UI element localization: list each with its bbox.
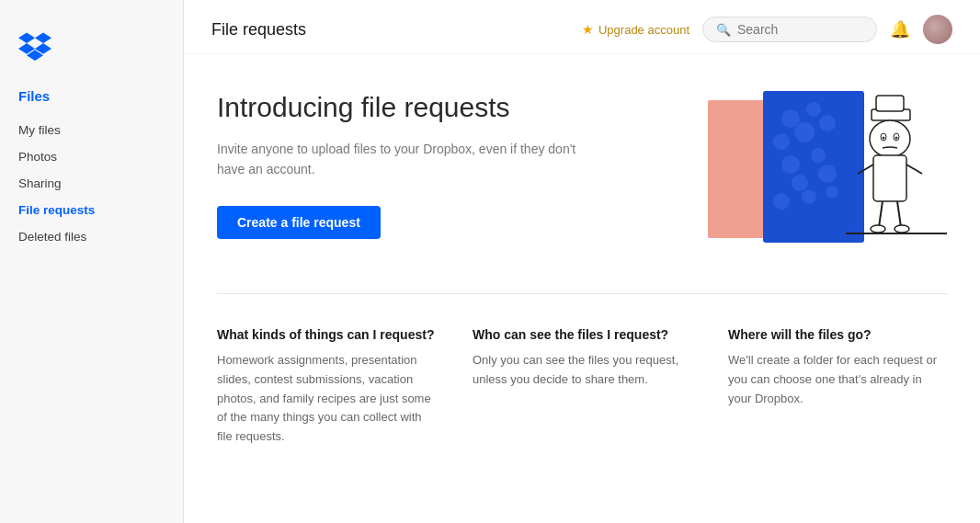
sidebar-item-sharing[interactable]: Sharing: [0, 170, 183, 197]
svg-point-16: [870, 120, 910, 157]
dropbox-logo-icon: [18, 28, 51, 61]
sidebar-item-file-requests[interactable]: File requests: [0, 197, 183, 223]
svg-point-11: [773, 193, 790, 210]
hero-title: Introducing file requests: [217, 91, 603, 124]
page-content: Introducing file requests Invite anyone …: [184, 54, 980, 523]
faq-answer-2: We'll create a folder for each request o…: [728, 351, 947, 408]
sidebar-item-photos[interactable]: Photos: [0, 143, 183, 170]
svg-point-3: [806, 102, 821, 117]
svg-point-5: [794, 122, 815, 142]
svg-rect-21: [873, 155, 906, 201]
svg-point-4: [773, 133, 790, 150]
faq-question-1: Who can see the files I request?: [473, 327, 691, 342]
upgrade-account-link[interactable]: ★ Upgrade account: [582, 22, 689, 37]
faq-item-1: Who can see the files I request? Only yo…: [473, 327, 691, 447]
star-icon: ★: [582, 22, 594, 37]
search-bar[interactable]: 🔍: [702, 17, 877, 42]
page-header: File requests ★ Upgrade account 🔍 🔔: [184, 0, 980, 54]
svg-point-19: [883, 137, 885, 140]
upgrade-label: Upgrade account: [598, 23, 689, 37]
svg-point-10: [818, 165, 837, 183]
search-icon: 🔍: [716, 23, 731, 37]
search-input[interactable]: [737, 22, 866, 37]
sidebar-logo: [0, 18, 183, 83]
create-file-request-button[interactable]: Create a file request: [217, 206, 381, 239]
svg-line-23: [906, 165, 922, 174]
section-divider: [217, 293, 947, 294]
svg-point-7: [781, 155, 800, 174]
svg-point-27: [895, 225, 909, 233]
svg-point-20: [895, 137, 898, 140]
faq-question-2: Where will the files go?: [728, 327, 947, 342]
sidebar-item-deleted-files[interactable]: Deleted files: [0, 223, 183, 250]
svg-point-9: [792, 175, 808, 191]
svg-point-2: [781, 109, 800, 128]
faq-question-0: What kinds of things can I request?: [217, 327, 436, 342]
main-content: File requests ★ Upgrade account 🔍 🔔 Intr…: [184, 0, 980, 523]
svg-line-24: [879, 201, 883, 227]
page-title: File requests: [211, 20, 306, 40]
svg-rect-15: [876, 96, 904, 111]
svg-point-26: [871, 225, 885, 233]
avatar[interactable]: [923, 15, 952, 44]
sidebar: Files My files Photos Sharing File reque…: [0, 0, 184, 523]
svg-point-12: [802, 189, 816, 204]
faq-answer-1: Only you can see the files you request, …: [473, 351, 691, 390]
sidebar-files-label[interactable]: Files: [0, 83, 183, 109]
svg-point-13: [826, 186, 838, 199]
sidebar-item-my-files[interactable]: My files: [0, 117, 183, 143]
faq-section: What kinds of things can I request? Home…: [217, 327, 947, 447]
faq-item-0: What kinds of things can I request? Home…: [217, 327, 436, 447]
header-actions: ★ Upgrade account 🔍 🔔: [582, 15, 952, 44]
svg-point-8: [811, 148, 826, 163]
notification-bell-icon[interactable]: 🔔: [890, 19, 910, 40]
svg-point-6: [819, 115, 836, 131]
faq-item-2: Where will the files go? We'll create a …: [728, 327, 947, 447]
svg-line-25: [897, 201, 901, 227]
faq-answer-0: Homework assignments, presentation slide…: [217, 351, 436, 447]
hero-text: Introducing file requests Invite anyone …: [217, 91, 603, 239]
hero-section: Introducing file requests Invite anyone …: [217, 91, 947, 256]
hero-subtitle: Invite anyone to upload files to your Dr…: [217, 139, 603, 180]
hero-illustration: [708, 82, 947, 247]
